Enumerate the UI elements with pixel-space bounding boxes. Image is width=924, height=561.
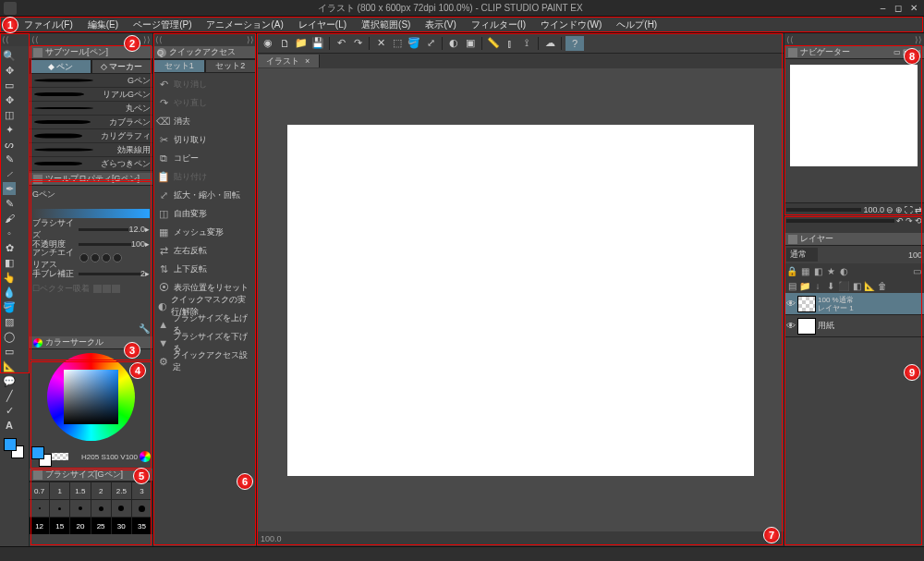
flip-icon[interactable]: ⇄ bbox=[915, 205, 922, 214]
qa-item[interactable]: ↷やり直し bbox=[153, 93, 256, 112]
layer-row[interactable]: 👁 100 %通常レイヤー 1 bbox=[784, 293, 924, 315]
lockpixel-icon[interactable]: ▦ bbox=[799, 266, 810, 276]
tool-balloon[interactable]: 💬 bbox=[3, 374, 16, 387]
menu-edit[interactable]: 編集(E) bbox=[80, 18, 126, 31]
rotright-icon[interactable]: ↷ bbox=[906, 216, 913, 226]
menu-file[interactable]: ファイル(F) bbox=[17, 18, 80, 31]
clip-icon[interactable]: ◧ bbox=[812, 266, 823, 276]
fill-icon[interactable]: 🪣 bbox=[407, 36, 421, 51]
qa-item[interactable]: ⇅上下反転 bbox=[153, 260, 256, 278]
blendmode-dropdown[interactable]: 通常 bbox=[786, 248, 818, 262]
tool-figure[interactable]: ◯ bbox=[3, 330, 16, 343]
brush-preset[interactable]: 30 bbox=[112, 518, 132, 534]
menu-window[interactable]: ウインドウ(W) bbox=[533, 18, 609, 31]
brush-preset[interactable]: 25 bbox=[91, 518, 112, 534]
layer-row[interactable]: 👁 用紙 bbox=[784, 315, 924, 337]
brushsize-slider[interactable] bbox=[79, 228, 128, 231]
tool-eyedropper[interactable]: ⟋ bbox=[3, 167, 16, 180]
ref-icon[interactable]: ★ bbox=[825, 266, 836, 276]
brush-preset[interactable]: 20 bbox=[70, 518, 91, 534]
combine-icon[interactable]: ⬇ bbox=[825, 281, 836, 291]
brush-dot[interactable] bbox=[91, 500, 112, 517]
tool-pen[interactable]: ✒ bbox=[3, 182, 16, 195]
expand-icon[interactable]: ⟩⟩ bbox=[915, 35, 922, 44]
close-tab-icon[interactable]: × bbox=[305, 56, 310, 66]
menu-selection[interactable]: 選択範囲(S) bbox=[354, 18, 418, 31]
menu-help[interactable]: ヘルプ(H) bbox=[609, 18, 664, 31]
clipstudio-icon[interactable]: ◉ bbox=[261, 36, 275, 51]
brush-dot[interactable] bbox=[132, 500, 152, 517]
open-icon[interactable]: 📁 bbox=[294, 36, 309, 51]
brush-preset[interactable]: 15 bbox=[50, 518, 70, 534]
qa-item[interactable]: 📋貼り付け bbox=[153, 167, 256, 186]
select-border-icon[interactable]: ▣ bbox=[463, 36, 478, 51]
menu-layer[interactable]: レイヤー(L) bbox=[291, 18, 354, 31]
navigator-preview[interactable] bbox=[790, 65, 918, 166]
brush-preset[interactable]: 2 bbox=[91, 482, 112, 499]
expand-icon[interactable]: ⟩⟩ bbox=[143, 35, 151, 44]
tool-layermove[interactable]: ✥ bbox=[3, 93, 16, 106]
tool-correct[interactable]: ✓ bbox=[3, 404, 16, 417]
delete-icon[interactable]: 🗑 bbox=[877, 281, 888, 291]
pen-item[interactable]: ざらつきペン bbox=[30, 157, 152, 171]
subtool-tab-marker[interactable]: ◇マーカー bbox=[91, 59, 153, 74]
pen-item[interactable]: カリグラフィ bbox=[30, 129, 152, 143]
tool-brush[interactable]: 🖌 bbox=[3, 212, 16, 225]
menu-animation[interactable]: アニメーション(A) bbox=[199, 18, 290, 31]
tool-fill[interactable]: 🪣 bbox=[3, 300, 16, 313]
visibility-icon[interactable]: 👁 bbox=[786, 299, 796, 309]
qa-item[interactable]: ✂切り取り bbox=[153, 130, 256, 149]
transfer-icon[interactable]: ↓ bbox=[812, 281, 823, 291]
menu-page[interactable]: ページ管理(P) bbox=[126, 18, 199, 31]
crop-icon[interactable]: ⬚ bbox=[390, 36, 405, 51]
menu-view[interactable]: 表示(V) bbox=[418, 18, 463, 31]
tool-pencil[interactable]: ✎ bbox=[3, 197, 16, 210]
brush-preset[interactable]: 1 bbox=[50, 482, 70, 499]
tool-blur[interactable]: 💧 bbox=[3, 286, 16, 299]
cloud-icon[interactable]: ☁ bbox=[542, 36, 557, 51]
pen-item[interactable]: カブラペン bbox=[30, 116, 152, 129]
brush-dot[interactable] bbox=[112, 500, 132, 517]
link-icon[interactable]: ▸ bbox=[145, 239, 150, 249]
pen-item[interactable]: 効果線用 bbox=[30, 143, 152, 157]
panel-swatch[interactable] bbox=[31, 446, 52, 467]
layer-tab[interactable]: レイヤー bbox=[784, 233, 924, 246]
expand-icon[interactable]: ⟩⟩ bbox=[247, 35, 254, 44]
stabilize-slider[interactable] bbox=[79, 273, 140, 275]
quickaccess-tab[interactable]: Qクイックアクセス bbox=[153, 46, 256, 59]
link-icon[interactable]: ▸ bbox=[145, 269, 150, 278]
tool-deco[interactable]: ✿ bbox=[3, 241, 16, 254]
brush-preset[interactable]: 35 bbox=[132, 518, 152, 534]
newcolor-icon[interactable]: ⬛ bbox=[838, 281, 849, 291]
rotleft-icon[interactable]: ↶ bbox=[896, 216, 904, 226]
subtool-tab-pen[interactable]: ◆ペン bbox=[30, 59, 91, 74]
delete-icon[interactable]: ✕ bbox=[373, 36, 388, 51]
scale-icon[interactable]: ⤢ bbox=[423, 36, 438, 51]
color-swatch[interactable] bbox=[4, 438, 24, 458]
qa-item[interactable]: ⚙クイックアクセス設定 bbox=[153, 352, 256, 371]
tool-blend[interactable]: 👆 bbox=[3, 271, 16, 284]
tool-frame[interactable]: ▭ bbox=[3, 345, 16, 358]
snap2-icon[interactable]: ⟟ bbox=[519, 36, 534, 51]
checkbox-icon[interactable]: ☐ bbox=[32, 284, 40, 293]
reset-icon[interactable]: ⟲ bbox=[915, 216, 922, 226]
brush-preset[interactable]: 1.5 bbox=[70, 482, 91, 499]
wrench-icon[interactable]: 🔧 bbox=[139, 323, 150, 334]
brush-dot[interactable] bbox=[50, 500, 70, 517]
qa-item[interactable]: ⌫消去 bbox=[153, 112, 256, 130]
qa-set2[interactable]: セット2 bbox=[205, 59, 257, 73]
layermask-icon[interactable]: ▭ bbox=[911, 266, 922, 276]
undo-icon[interactable]: ↶ bbox=[334, 36, 348, 51]
color-square[interactable] bbox=[64, 370, 118, 424]
tool-autoselect[interactable]: ✦ bbox=[3, 123, 16, 136]
tool-lasso[interactable]: ᔕ bbox=[3, 138, 16, 151]
zoomin-icon[interactable]: ⊕ bbox=[895, 205, 903, 214]
qa-item[interactable]: ◫自由変形 bbox=[153, 204, 256, 223]
zoom-slider[interactable] bbox=[786, 208, 861, 212]
draft-icon[interactable]: ◐ bbox=[838, 266, 849, 276]
opacity-slider[interactable] bbox=[79, 243, 131, 246]
brush-dot[interactable] bbox=[70, 500, 91, 517]
tool-selectpen[interactable]: ✎ bbox=[3, 152, 16, 165]
newlayer-icon[interactable]: ▤ bbox=[786, 281, 797, 291]
visibility-icon[interactable]: 👁 bbox=[786, 321, 796, 331]
